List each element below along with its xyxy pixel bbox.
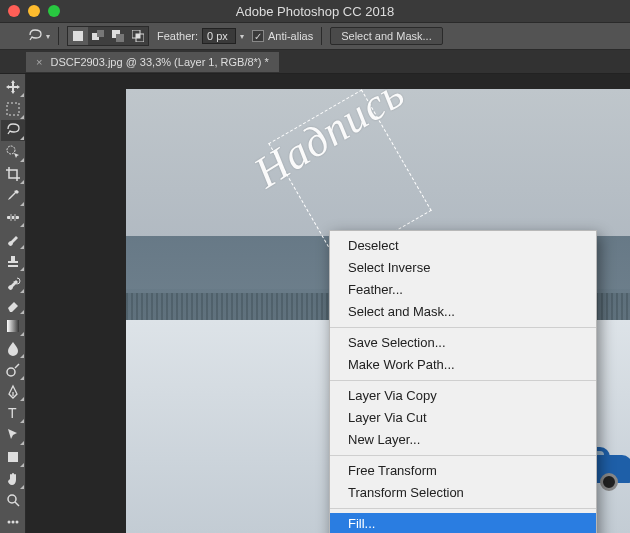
edit-toolbar[interactable] [1, 511, 25, 533]
history-brush-tool[interactable] [1, 272, 25, 294]
options-bar: ▾ Feather: 0 px ▾ ✓ Anti-alias Select an… [0, 22, 630, 50]
quick-select-tool[interactable] [1, 141, 25, 163]
chevron-down-icon[interactable]: ▾ [240, 32, 244, 41]
svg-rect-7 [136, 34, 140, 38]
hand-tool[interactable] [1, 468, 25, 490]
antialias-label: Anti-alias [268, 30, 313, 42]
svg-point-19 [11, 521, 14, 524]
svg-rect-2 [97, 30, 104, 37]
type-tool[interactable]: T [1, 402, 25, 424]
menu-item-make-work-path[interactable]: Make Work Path... [330, 354, 596, 376]
svg-rect-13 [7, 320, 19, 332]
menu-item-deselect[interactable]: Deselect [330, 235, 596, 257]
move-tool[interactable] [1, 76, 25, 98]
window-close-button[interactable] [8, 5, 20, 17]
pen-tool[interactable] [1, 381, 25, 403]
menu-item-fill[interactable]: Fill... [330, 513, 596, 533]
stamp-tool[interactable] [1, 250, 25, 272]
svg-rect-16 [8, 452, 18, 462]
app-title: Adobe Photoshop CC 2018 [236, 4, 394, 19]
selection-add[interactable] [88, 27, 108, 45]
path-select-tool[interactable] [1, 424, 25, 446]
svg-point-20 [15, 521, 18, 524]
tools-panel: T [0, 74, 26, 533]
selection-new[interactable] [68, 27, 88, 45]
eraser-tool[interactable] [1, 294, 25, 316]
feather-label: Feather: [157, 30, 198, 42]
menu-item-select-and-mask[interactable]: Select and Mask... [330, 301, 596, 323]
rectangle-tool[interactable] [1, 446, 25, 468]
tab-close-icon[interactable]: × [36, 56, 42, 68]
menu-item-save-selection[interactable]: Save Selection... [330, 332, 596, 354]
svg-rect-4 [116, 34, 124, 42]
svg-point-9 [7, 146, 15, 154]
menu-item-select-inverse[interactable]: Select Inverse [330, 257, 596, 279]
chevron-down-icon: ▾ [46, 32, 50, 41]
healing-tool[interactable] [1, 207, 25, 229]
svg-rect-10 [7, 216, 19, 219]
dodge-tool[interactable] [1, 359, 25, 381]
context-menu: DeselectSelect InverseFeather...Select a… [329, 230, 597, 533]
menu-item-new-layer[interactable]: New Layer... [330, 429, 596, 451]
lasso-tool[interactable] [1, 120, 25, 142]
selection-intersect[interactable] [128, 27, 148, 45]
selection-subtract[interactable] [108, 27, 128, 45]
lasso-icon [26, 27, 44, 45]
blur-tool[interactable] [1, 337, 25, 359]
active-tool-preset[interactable]: ▾ [26, 27, 50, 45]
menu-item-layer-via-cut[interactable]: Layer Via Cut [330, 407, 596, 429]
svg-point-17 [8, 495, 16, 503]
document-tab-title: DSCF2903.jpg @ 33,3% (Layer 1, RGB/8*) * [50, 56, 268, 68]
document-tab-bar: × DSCF2903.jpg @ 33,3% (Layer 1, RGB/8*)… [0, 50, 630, 74]
window-titlebar: Adobe Photoshop CC 2018 [0, 0, 630, 22]
gradient-tool[interactable] [1, 315, 25, 337]
window-minimize-button[interactable] [28, 5, 40, 17]
eyedropper-tool[interactable] [1, 185, 25, 207]
svg-point-18 [7, 521, 10, 524]
menu-item-feather[interactable]: Feather... [330, 279, 596, 301]
document-tab[interactable]: × DSCF2903.jpg @ 33,3% (Layer 1, RGB/8*)… [26, 52, 279, 72]
svg-rect-0 [73, 31, 83, 41]
selection-mode-group [67, 26, 149, 46]
svg-point-14 [7, 368, 15, 376]
marquee-tool[interactable] [1, 98, 25, 120]
window-zoom-button[interactable] [48, 5, 60, 17]
brush-tool[interactable] [1, 228, 25, 250]
feather-input[interactable]: 0 px [202, 28, 236, 44]
select-and-mask-button[interactable]: Select and Mask... [330, 27, 443, 45]
svg-rect-11 [10, 214, 12, 221]
svg-text:T: T [8, 405, 17, 421]
menu-item-free-transform[interactable]: Free Transform [330, 460, 596, 482]
canvas-area[interactable]: Надпись DeselectSelect InverseFeather...… [26, 74, 630, 533]
crop-tool[interactable] [1, 163, 25, 185]
menu-item-layer-via-copy[interactable]: Layer Via Copy [330, 385, 596, 407]
antialias-checkbox[interactable]: ✓ Anti-alias [252, 30, 313, 42]
svg-rect-12 [14, 214, 16, 221]
zoom-tool[interactable] [1, 490, 25, 512]
menu-item-transform-selection[interactable]: Transform Selection [330, 482, 596, 504]
svg-rect-8 [7, 103, 19, 115]
